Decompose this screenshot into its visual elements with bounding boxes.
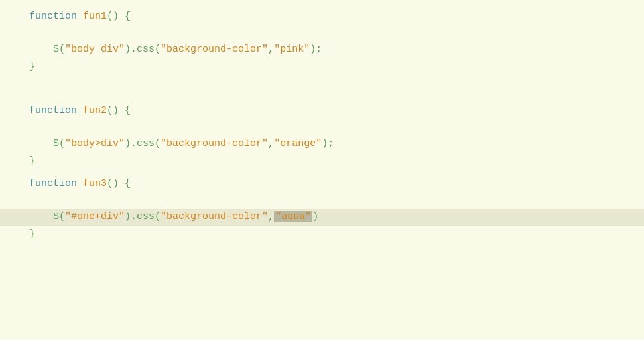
code-text: function fun3() { (27, 176, 131, 192)
separator (0, 78, 644, 100)
code-line (0, 25, 644, 41)
code-editor: function fun1() { $("body div").css("bac… (0, 0, 644, 340)
function-block-3: function fun3() { $("#one+div").css("bac… (0, 173, 644, 246)
function-block-1: function fun1() { $("body div").css("bac… (0, 5, 644, 78)
code-text: function fun1() { (27, 9, 131, 25)
code-line: function fun3() { (0, 175, 644, 193)
function-block-2: function fun2() { $("body>div").css("bac… (0, 100, 644, 173)
code-text: } (27, 59, 35, 75)
code-text: $("body>div").css("background-color","or… (27, 136, 334, 152)
code-text: $("body div").css("background-color","pi… (27, 42, 322, 58)
code-line (0, 120, 644, 135)
code-line (0, 193, 644, 209)
code-line: function fun1() { (0, 8, 644, 25)
code-line: $("body div").css("background-color","pi… (0, 41, 644, 58)
code-text: } (27, 153, 35, 169)
code-line: function fun2() { (0, 102, 644, 120)
code-text: function fun2() { (27, 103, 131, 119)
code-line: $("body>div").css("background-color","or… (0, 135, 644, 153)
code-line: } (0, 153, 644, 170)
code-line: } (0, 58, 644, 76)
code-line-highlighted: $("#one+div").css("background-color","aq… (0, 209, 644, 226)
code-text: } (27, 226, 35, 242)
code-line: } (0, 226, 644, 243)
code-text: $("#one+div").css("background-color","aq… (27, 209, 318, 225)
